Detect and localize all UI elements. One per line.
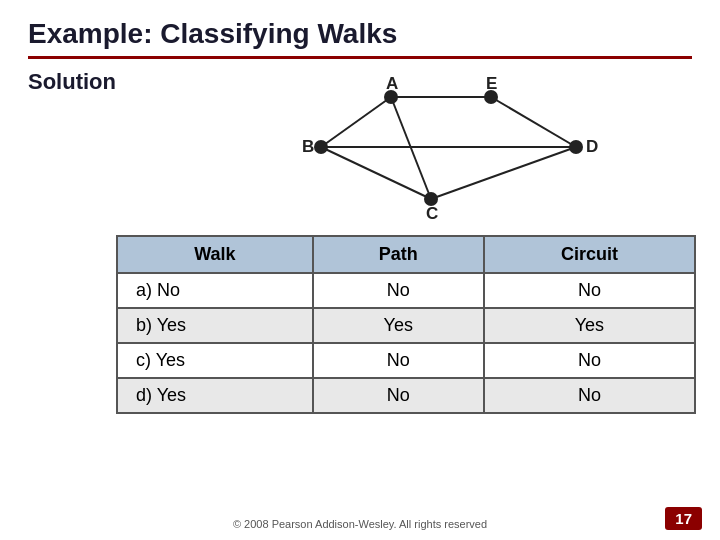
svg-text:E: E [486, 74, 497, 93]
row-d-walk: d) Yes [117, 378, 313, 413]
table-row: a) No No No [117, 273, 695, 308]
row-a-walk: a) No [117, 273, 313, 308]
row-a-circuit: No [484, 273, 695, 308]
page-number: 17 [665, 507, 702, 530]
row-d-path: No [313, 378, 484, 413]
row-b-circuit: Yes [484, 308, 695, 343]
col-header-circuit: Circuit [484, 236, 695, 273]
row-b-walk: b) Yes [117, 308, 313, 343]
row-c-circuit: No [484, 343, 695, 378]
graph-and-table: A E B D C Walk Path [116, 69, 696, 414]
table-row: c) Yes No No [117, 343, 695, 378]
row-a-path: No [313, 273, 484, 308]
svg-point-13 [569, 140, 583, 154]
row-d-circuit: No [484, 378, 695, 413]
footer-text: © 2008 Pearson Addison-Wesley. All right… [0, 518, 720, 530]
svg-text:A: A [386, 74, 398, 93]
svg-point-11 [314, 140, 328, 154]
svg-text:D: D [586, 137, 598, 156]
classification-table: Walk Path Circuit a) No No No b) Yes [116, 235, 696, 414]
row-c-path: No [313, 343, 484, 378]
table-row: d) Yes No No [117, 378, 695, 413]
svg-line-0 [321, 97, 391, 147]
row-b-path: Yes [313, 308, 484, 343]
table-container: Walk Path Circuit a) No No No b) Yes [116, 235, 696, 414]
graph-svg: A E B D C [216, 69, 656, 229]
graph-container: A E B D C [216, 69, 656, 229]
svg-text:B: B [302, 137, 314, 156]
svg-text:C: C [426, 204, 438, 223]
col-header-walk: Walk [117, 236, 313, 273]
svg-line-5 [431, 147, 576, 199]
row-c-walk: c) Yes [117, 343, 313, 378]
slide: Example: Classifying Walks Solution [0, 0, 720, 540]
page-title: Example: Classifying Walks [28, 18, 397, 49]
col-header-path: Path [313, 236, 484, 273]
table-row: b) Yes Yes Yes [117, 308, 695, 343]
solution-row: Solution [28, 69, 692, 414]
svg-line-6 [491, 97, 576, 147]
solution-label: Solution [28, 69, 116, 95]
title-bar: Example: Classifying Walks [28, 18, 692, 59]
